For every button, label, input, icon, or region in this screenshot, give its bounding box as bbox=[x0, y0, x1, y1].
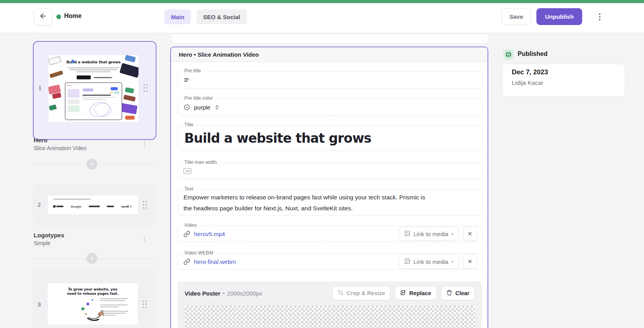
thumb-heading: To grow your website, you need to releas… bbox=[48, 287, 138, 296]
slice-card-hero[interactable]: 1 Build a website that grows bbox=[33, 41, 157, 140]
image-icon bbox=[404, 230, 410, 238]
slice-thumbnail-hero: Build a website that grows bbox=[49, 55, 139, 122]
number-input-icon: 123 bbox=[183, 168, 191, 174]
top-accent-strip bbox=[0, 0, 644, 3]
video-file-link[interactable]: herov5.mp4 bbox=[194, 231, 225, 237]
deco-keyboard-navy bbox=[119, 63, 139, 78]
thumb-logos-row: Google veriff✓ bbox=[53, 203, 132, 210]
slice-variant-logotypes: Simple bbox=[34, 240, 50, 246]
logo-veriff: veriff✓ bbox=[121, 205, 132, 208]
slice-variant-hero: Slice Animation Video bbox=[34, 145, 86, 151]
video-poster-dimensions: 2000x2000px bbox=[227, 290, 262, 297]
deco-dot-green bbox=[81, 307, 85, 310]
clear-video-button[interactable]: ✕ bbox=[463, 227, 477, 241]
link-to-media-button[interactable]: Link to media ▾ bbox=[399, 255, 459, 269]
field-title-max-width[interactable]: Title max width 123 bbox=[178, 163, 482, 179]
publish-status-label: Published bbox=[518, 50, 547, 57]
field-label: Pre title color bbox=[182, 95, 215, 101]
slice-menu-icon[interactable]: ⋮ bbox=[140, 139, 149, 149]
link-icon bbox=[183, 258, 190, 265]
thumb-text-line bbox=[77, 71, 110, 72]
slice-editor-header: Hero • Slice Animation Video bbox=[171, 47, 487, 62]
link-to-media-button[interactable]: Link to media ▾ bbox=[399, 227, 459, 241]
thumb-text-line bbox=[70, 69, 117, 70]
deco-bar-maroon bbox=[123, 95, 136, 102]
deco-bar-brown bbox=[49, 70, 63, 78]
deco-block-green bbox=[49, 104, 57, 111]
field-title[interactable]: Title Build a website that grows bbox=[178, 125, 482, 151]
link-to-media-label: Link to media bbox=[414, 258, 448, 265]
save-button[interactable]: Save bbox=[502, 8, 531, 25]
back-button[interactable] bbox=[34, 8, 52, 25]
page-title: Home bbox=[64, 13, 81, 20]
empty-image-checkerboard[interactable] bbox=[185, 306, 475, 328]
crop-icon bbox=[338, 290, 344, 297]
thumb-caption-line bbox=[53, 199, 91, 200]
field-label: Video WEBM bbox=[182, 250, 216, 256]
deco-block-purple bbox=[120, 103, 137, 115]
tab-main[interactable]: Main bbox=[164, 9, 191, 24]
document-status-dot bbox=[56, 14, 61, 19]
thumb-browser-mockup bbox=[65, 82, 122, 120]
add-slice-button[interactable]: + bbox=[86, 159, 97, 170]
text-value[interactable]: Empower marketers to release on-brand pa… bbox=[178, 190, 482, 216]
tab-seo-social[interactable]: SEO & Social bbox=[196, 9, 247, 24]
slice-thumbnail-logotypes: Google veriff✓ bbox=[48, 195, 138, 214]
field-video[interactable]: Video herov5.mp4 Link to media ▾ ✕ bbox=[178, 226, 482, 242]
field-label: Title max width bbox=[182, 160, 219, 165]
text-align-icon bbox=[183, 77, 190, 83]
field-label: Video bbox=[182, 222, 199, 228]
drag-handle[interactable] bbox=[142, 299, 147, 308]
unpublish-button[interactable]: Unpublish bbox=[536, 8, 582, 25]
link-icon bbox=[183, 231, 190, 237]
thumb-link-text bbox=[94, 77, 112, 78]
logo-mark bbox=[53, 205, 63, 208]
replace-label: Replace bbox=[409, 290, 431, 296]
replace-button[interactable]: Replace bbox=[395, 286, 437, 300]
thumb-text-line bbox=[68, 67, 119, 68]
link-to-media-label: Link to media bbox=[414, 231, 448, 237]
title-value[interactable]: Build a website that grows bbox=[183, 131, 371, 146]
caret-down-icon: ▾ bbox=[452, 232, 453, 236]
crop-resize-button[interactable]: Crop & Resize bbox=[332, 286, 390, 300]
previous-section-card-partial bbox=[171, 34, 488, 44]
clear-button[interactable]: Clear bbox=[441, 286, 475, 300]
caret-down-icon: ▾ bbox=[452, 260, 453, 264]
slice-card-logotypes[interactable]: 2 Google veriff✓ bbox=[33, 184, 157, 225]
page: Home Main SEO & Social Save Unpublish ⋮ … bbox=[0, 0, 644, 328]
replace-image-icon bbox=[400, 290, 406, 297]
slice-number: 1 bbox=[38, 84, 41, 91]
video-webm-file-link[interactable]: hero-final.webm bbox=[194, 258, 236, 265]
pre-title-color-value: purple bbox=[194, 104, 210, 111]
more-options-icon[interactable]: ⋮ bbox=[593, 10, 606, 23]
field-label: Pre title bbox=[182, 68, 203, 73]
slice-name-hero: Hero bbox=[34, 137, 47, 144]
slice-name-logotypes: Logotypes bbox=[34, 232, 64, 239]
clear-label: Clear bbox=[455, 290, 470, 296]
field-pre-title[interactable]: Pre title bbox=[178, 71, 482, 88]
field-video-poster: Video Poster • 2000x2000px Crop & Resize bbox=[178, 281, 482, 328]
drag-handle[interactable] bbox=[142, 200, 147, 209]
slice-menu-icon[interactable]: ⋮ bbox=[140, 234, 149, 244]
slice-thumbnail-3: To grow your website, you need to releas… bbox=[48, 283, 138, 324]
field-label: Text bbox=[182, 186, 196, 192]
add-slice-button[interactable]: + bbox=[86, 253, 97, 264]
slice-number: 2 bbox=[38, 201, 41, 208]
separator-dot: • bbox=[223, 290, 225, 296]
deco-dot-blue bbox=[92, 299, 93, 301]
deco-dot-blue bbox=[71, 60, 75, 63]
field-pre-title-color[interactable]: Pre title color purple bbox=[178, 99, 482, 116]
publish-date: Dec 7, 2023 bbox=[512, 68, 548, 76]
video-poster-label: Video Poster bbox=[185, 290, 220, 297]
trash-icon bbox=[446, 290, 452, 297]
clear-video-webm-button[interactable]: ✕ bbox=[463, 255, 477, 269]
slice-card-3[interactable]: 3 To grow your website, you need to rele… bbox=[33, 270, 157, 328]
deco-tag-orange bbox=[125, 116, 135, 120]
logo-mark bbox=[107, 206, 114, 207]
slice-editor-panel: Hero • Slice Animation Video Pre title P… bbox=[170, 47, 488, 328]
field-video-webm[interactable]: Video WEBM hero-final.webm Link to media… bbox=[178, 253, 482, 270]
drag-handle[interactable] bbox=[143, 83, 148, 92]
select-chevrons-icon[interactable] bbox=[214, 105, 219, 110]
publish-author: Lidija Kacar bbox=[512, 79, 543, 86]
field-text[interactable]: Text Empower marketers to release on-bra… bbox=[178, 189, 482, 215]
